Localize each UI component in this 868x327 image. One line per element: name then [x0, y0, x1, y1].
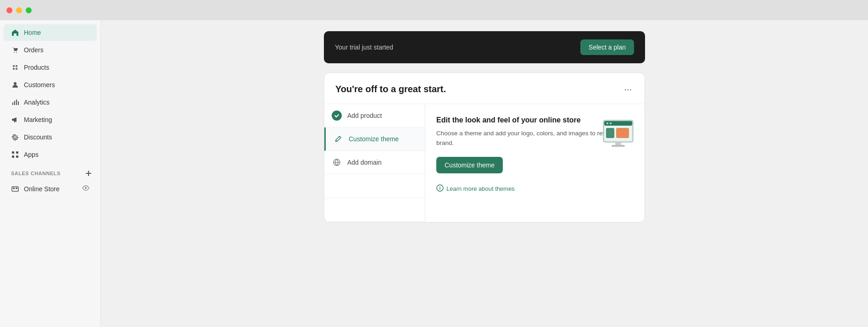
sidebar-item-apps-label: Apps	[24, 151, 39, 158]
sidebar-item-discounts-label: Discounts	[24, 133, 52, 141]
step-add-domain-label: Add domain	[347, 159, 382, 166]
sidebar-item-home-label: Home	[24, 29, 41, 36]
sales-channels-label: SALES CHANNELS	[11, 171, 61, 176]
sidebar-item-online-store-label: Online Store	[24, 185, 60, 193]
svg-rect-17	[16, 188, 17, 189]
orders-icon	[11, 46, 19, 54]
steps-list: Add product Customize theme	[324, 104, 425, 222]
svg-rect-11	[12, 151, 14, 154]
discounts-icon	[11, 133, 19, 141]
svg-point-0	[14, 52, 15, 53]
app-shell: Home Orders Products	[0, 20, 868, 327]
svg-rect-4	[14, 101, 15, 105]
home-icon	[11, 28, 19, 37]
svg-rect-3	[12, 102, 13, 105]
learn-more-text: Learn more about themes	[446, 185, 515, 192]
titlebar	[0, 0, 868, 20]
svg-rect-13	[12, 155, 14, 158]
select-plan-button[interactable]: Select a plan	[580, 39, 634, 55]
sidebar-item-orders[interactable]: Orders	[4, 42, 97, 58]
step-customize-theme-label: Customize theme	[349, 135, 399, 143]
step-add-product-label: Add product	[347, 112, 382, 119]
trial-banner-text: Your trial just started	[335, 44, 393, 51]
svg-point-2	[14, 82, 17, 85]
customers-icon	[11, 81, 19, 89]
minimize-button[interactable]	[16, 7, 22, 13]
theme-illustration	[599, 113, 635, 150]
customize-theme-button[interactable]: Customize theme	[436, 157, 503, 173]
sidebar-item-products[interactable]: Products	[4, 59, 97, 76]
svg-rect-5	[16, 100, 17, 105]
learn-more-link[interactable]: Learn more about themes	[436, 184, 634, 193]
svg-rect-29	[612, 145, 625, 147]
svg-point-18	[85, 187, 87, 189]
sidebar-item-products-label: Products	[24, 64, 49, 71]
svg-rect-7	[12, 119, 13, 121]
main-content: Your trial just started Select a plan Yo…	[101, 20, 868, 327]
svg-point-25	[610, 122, 612, 124]
step-customize-theme[interactable]: Customize theme	[324, 127, 425, 151]
svg-rect-6	[18, 101, 19, 105]
sidebar-item-discounts[interactable]: Discounts	[4, 129, 97, 145]
sidebar-item-analytics-label: Analytics	[24, 99, 50, 106]
completed-check	[332, 111, 342, 121]
svg-point-24	[606, 122, 608, 124]
sidebar-item-online-store[interactable]: Online Store	[4, 180, 97, 197]
svg-point-9	[16, 138, 17, 139]
sidebar-item-analytics[interactable]: Analytics	[4, 94, 97, 111]
sidebar-item-customers[interactable]: Customers	[4, 77, 97, 93]
eye-icon[interactable]	[82, 184, 89, 193]
sidebar: Home Orders Products	[0, 20, 101, 327]
step-empty	[324, 174, 425, 198]
svg-point-1	[16, 52, 17, 53]
svg-rect-15	[12, 187, 18, 191]
sidebar-item-orders-label: Orders	[24, 46, 44, 54]
info-circle-icon	[436, 184, 444, 193]
sidebar-item-marketing[interactable]: Marketing	[4, 111, 97, 128]
main-card-header: You're off to a great start. ···	[324, 73, 645, 104]
sidebar-item-marketing-label: Marketing	[24, 116, 52, 123]
svg-point-32	[440, 186, 440, 187]
marketing-icon	[11, 116, 19, 124]
svg-rect-27	[606, 128, 614, 138]
add-sales-channel-button[interactable]	[84, 169, 93, 178]
step-add-domain[interactable]: Add domain	[324, 151, 425, 174]
ellipsis-menu-button[interactable]: ···	[622, 82, 634, 96]
svg-rect-16	[13, 188, 15, 189]
globe-icon	[332, 157, 342, 167]
svg-rect-26	[616, 128, 629, 138]
analytics-icon	[11, 98, 19, 106]
close-button[interactable]	[6, 7, 12, 13]
brush-icon	[333, 134, 343, 144]
svg-point-8	[14, 136, 15, 137]
svg-rect-12	[16, 151, 18, 154]
sidebar-item-home[interactable]: Home	[4, 24, 97, 41]
detail-pane: Edit the look and feel of your online st…	[425, 104, 645, 222]
maximize-button[interactable]	[26, 7, 32, 13]
sidebar-item-apps[interactable]: Apps	[4, 146, 97, 163]
main-card-title: You're off to a great start.	[335, 84, 446, 94]
svg-rect-14	[16, 155, 18, 158]
sales-channels-section: SALES CHANNELS	[0, 163, 100, 180]
card-body: Add product Customize theme	[324, 104, 645, 222]
svg-rect-28	[615, 142, 621, 145]
main-card: You're off to a great start. ···	[324, 72, 645, 222]
products-icon	[11, 63, 19, 72]
trial-banner: Your trial just started Select a plan	[324, 31, 645, 63]
step-add-product[interactable]: Add product	[324, 104, 425, 127]
step-empty-2	[324, 198, 425, 222]
svg-rect-23	[604, 121, 632, 126]
step-check-icon	[332, 111, 342, 121]
online-store-icon	[11, 185, 19, 193]
apps-icon	[11, 150, 19, 159]
sidebar-item-customers-label: Customers	[24, 81, 55, 89]
